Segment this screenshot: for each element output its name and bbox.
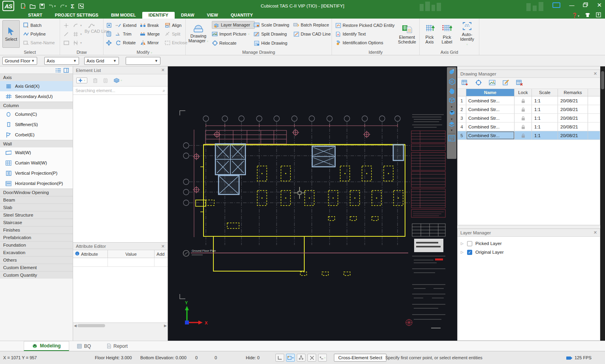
draw-point-button[interactable] (63, 21, 69, 29)
lock-icon[interactable] (521, 107, 526, 112)
sidebar-section-staircase[interactable]: Staircase (0, 219, 73, 226)
drawing-row-4[interactable]: 4 Combined Str... 1:1 20/08/21 (458, 123, 600, 131)
sidebar-section-excavation[interactable]: Excavation (0, 249, 73, 256)
extend-button[interactable]: Extend (115, 21, 136, 29)
original-layer-item[interactable]: ▷ ✓ Original Layer (458, 248, 600, 256)
ortho-mode-toggle[interactable] (275, 354, 284, 362)
sidebar-section-steel-structure[interactable]: Steel Structure (0, 211, 73, 219)
copy-element-button[interactable] (103, 78, 108, 83)
draw-arc-button[interactable]: ▾ (73, 21, 82, 29)
tab-quantity[interactable]: QUANTITY (224, 12, 259, 19)
pick-axis-button[interactable]: Pick Axis (421, 20, 438, 48)
hscroll-thumb[interactable] (77, 324, 105, 327)
extra-select[interactable]: ▼ (126, 57, 160, 65)
relocate-button[interactable]: Relocate (212, 39, 236, 47)
lock-icon[interactable] (521, 98, 526, 103)
attribute-editor-close-icon[interactable]: ✕ (161, 244, 165, 249)
tab-draw[interactable]: DRAW (175, 12, 201, 19)
tab-report[interactable]: Report (99, 341, 136, 351)
batch-button[interactable]: Batch (23, 21, 41, 29)
add-drawing-button[interactable] (462, 79, 468, 87)
tab-modeling[interactable]: Modeling (24, 341, 69, 351)
picked-layer-item[interactable]: ▷ Picked Layer (458, 239, 600, 248)
split-drawing-button[interactable]: Split Drawing (254, 30, 287, 38)
3d-view-icon[interactable]: 3D (448, 78, 456, 87)
drawing-row-2[interactable]: 2 Combined Str... 1:1 20/08/21 (458, 105, 600, 114)
trim-button[interactable]: Trim (115, 30, 132, 38)
sidebar-section-finishes[interactable]: Finishes (0, 226, 73, 234)
sidebar-section-custom-quantity[interactable]: Custom Quantity (0, 271, 73, 279)
drawing-row-3[interactable]: 3 Combined Str... 1:1 20/08/21 (458, 114, 600, 123)
drawing-manager-button[interactable]: Drawing Manager ▾ (187, 20, 209, 48)
restore-button[interactable] (583, 2, 588, 8)
new-file-icon[interactable] (21, 3, 26, 9)
column-header-remarks[interactable]: Remarks (558, 89, 588, 96)
sidebar-section-beam[interactable]: Beam (0, 196, 73, 204)
sidebar-item-corbel[interactable]: Corbel(E) (0, 130, 73, 140)
mirror-button[interactable]: Mirror (140, 39, 159, 47)
layers-view-dropdown[interactable]: ▼ (450, 129, 453, 132)
sidebar-section-others[interactable]: Others (0, 256, 73, 264)
drawing-sheet-icon[interactable] (448, 135, 455, 143)
tab-identify[interactable]: IDENTIFY (142, 12, 175, 19)
shaded-view-dropdown[interactable]: ▼ (450, 118, 453, 121)
increment-toggle[interactable]: ▾ (318, 354, 327, 362)
modify-move-button[interactable] (106, 39, 112, 47)
tab-start[interactable]: START (22, 12, 49, 19)
scroll-right-arrow[interactable]: ▶ (164, 324, 167, 328)
pick-label-button[interactable]: Pick Label (439, 20, 455, 48)
search-icon[interactable]: ⌕ (162, 88, 165, 93)
sum-icon[interactable]: Σ (71, 3, 74, 9)
list-view-icon[interactable] (56, 67, 61, 74)
element-layers-button[interactable]: ▾ (113, 78, 122, 83)
add-element-button[interactable]: ▾ (76, 77, 87, 83)
import-picture-button[interactable]: Import Picture▾ (212, 30, 249, 38)
rotate-button[interactable]: Rotate (115, 39, 136, 47)
edit-drawing-button[interactable] (503, 79, 509, 87)
sidebar-item-horizontal-projection[interactable]: Horizontal Projection(P) (0, 178, 73, 189)
column-header-name[interactable]: Name (466, 89, 515, 96)
right-scrollbar-thumb[interactable] (601, 71, 604, 89)
element-search-input[interactable] (75, 88, 162, 93)
sidebar-item-secondary-axis[interactable]: Secondary Axis(U) (0, 91, 73, 102)
delete-element-button[interactable] (93, 78, 98, 83)
cad-canvas[interactable]: Ground Floor Plan Y X (168, 66, 457, 341)
column-header-scale[interactable]: Scale (532, 89, 558, 96)
hide-drawing-button[interactable]: Hide Drawing (254, 39, 287, 47)
element-list-close-icon[interactable]: ✕ (161, 68, 165, 73)
pan-hand-icon[interactable] (449, 87, 455, 96)
tab-view[interactable]: VIEW (201, 12, 224, 19)
expand-arrow-icon[interactable]: ▷ (461, 250, 464, 254)
sidebar-item-axis-grid[interactable]: Axis Grid(X) (0, 81, 73, 91)
expand-arrow-icon[interactable]: ▷ (461, 241, 464, 245)
panel-view-icon[interactable] (64, 67, 69, 74)
sidebar-item-curtain-wall[interactable]: Curtain Wall(W) (0, 158, 73, 168)
same-name-button[interactable]: Same-Name (23, 39, 55, 47)
save-icon[interactable] (40, 4, 45, 9)
element-type-select[interactable]: Axis Grid▼ (84, 57, 119, 65)
cross-element-select-button[interactable]: Cross-Element Select (334, 354, 386, 362)
draw-rect-button[interactable] (63, 39, 69, 47)
identify-text-button[interactable]: A Identify Text (335, 30, 366, 38)
wireframe-view-icon[interactable] (448, 97, 456, 105)
undo-button[interactable]: ▾ (49, 4, 56, 8)
drawing-manager-close-icon[interactable]: ✕ (594, 71, 597, 76)
store-icon[interactable] (585, 13, 590, 19)
picked-layer-checkbox[interactable] (467, 241, 472, 246)
merge-button[interactable]: Merge (140, 30, 160, 38)
layer-manager-button[interactable]: Layer Manager▾ (212, 21, 255, 29)
modify-copy-button[interactable] (106, 30, 112, 38)
wireframe-view-dropdown[interactable]: ▼ (450, 106, 453, 108)
attribute-editor-body[interactable] (73, 267, 168, 323)
sidebar-section-wall[interactable]: Wall (0, 140, 73, 147)
tab-bim-model[interactable]: BIM MODEL (105, 12, 142, 19)
column-header-lock[interactable]: Lock (515, 89, 532, 96)
scale-drawing-button[interactable]: Scale Drawing (254, 21, 289, 29)
lock-icon[interactable] (521, 124, 526, 129)
sidebar-section-prefabrication[interactable]: Prefabrication (0, 234, 73, 241)
sidebar-item-wall[interactable]: Wall(W) (0, 147, 73, 158)
lock-icon[interactable] (521, 133, 526, 138)
drawing-row-1[interactable]: 1 Combined Str... 1:1 20/08/21 (458, 96, 600, 105)
draw-region-button[interactable]: ▾ (73, 39, 82, 47)
delete-drawing-button[interactable] (516, 79, 523, 87)
